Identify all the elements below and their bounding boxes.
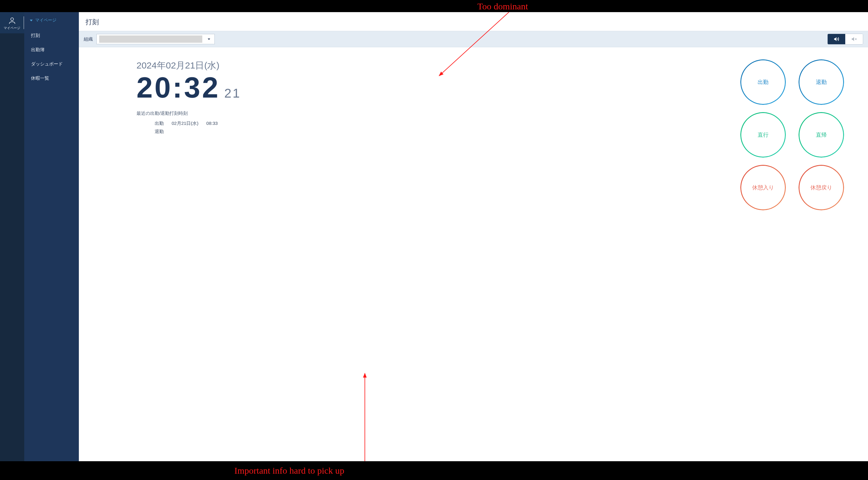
recent-punch-header: 最近の出勤/退勤打刻時刻 bbox=[136, 111, 728, 116]
recent-checkout-label: 退勤 bbox=[155, 129, 164, 135]
org-select[interactable] bbox=[96, 34, 215, 44]
direct-return-button[interactable]: 直帰 bbox=[799, 112, 844, 158]
filter-bar: 組織 bbox=[79, 31, 868, 47]
current-date: 2024年02月21日(水) bbox=[136, 59, 728, 72]
sidebar-item-timestamp[interactable]: 打刻 bbox=[24, 29, 79, 43]
filter-org-label: 組織 bbox=[84, 36, 93, 42]
chevron-down-icon bbox=[29, 18, 33, 23]
content: 2024年02月21日(水) 20:32 21 最近の出勤/退勤打刻時刻 出勤 … bbox=[79, 47, 868, 461]
user-icon bbox=[8, 16, 17, 25]
bottom-letterbox bbox=[0, 461, 868, 480]
rail-item-mypage[interactable]: マイページ bbox=[0, 12, 24, 33]
page-title: 打刻 bbox=[79, 12, 868, 31]
break-end-button[interactable]: 休憩戻り bbox=[799, 165, 844, 210]
recent-checkin-date: 02月21日(水) bbox=[172, 121, 198, 126]
clock-column: 2024年02月21日(水) 20:32 21 最近の出勤/退勤打刻時刻 出勤 … bbox=[91, 59, 728, 461]
dropdown-icon bbox=[207, 37, 211, 41]
volume-on-icon bbox=[833, 36, 839, 42]
checkout-button[interactable]: 退勤 bbox=[799, 59, 844, 105]
main: 打刻 組織 202 bbox=[79, 12, 868, 461]
sidebar-rail: マイページ bbox=[0, 12, 24, 461]
punch-button-grid: 出勤 退勤 直行 直帰 休憩入り 休憩戻り bbox=[728, 59, 856, 461]
sidebar-item-dashboard[interactable]: ダッシュボード bbox=[24, 57, 79, 71]
recent-checkin-label: 出勤 bbox=[155, 121, 164, 126]
top-letterbox bbox=[0, 0, 868, 12]
sidebar-item-leave[interactable]: 休暇一覧 bbox=[24, 71, 79, 85]
checkin-button[interactable]: 出勤 bbox=[740, 59, 786, 105]
sidebar-section-header[interactable]: マイページ bbox=[24, 18, 79, 29]
app-frame: マイページ マイページ 打刻 出勤簿 ダッシュボード 休暇一覧 打刻 組織 bbox=[0, 12, 868, 461]
sound-on-button[interactable] bbox=[828, 34, 845, 44]
direct-go-button[interactable]: 直行 bbox=[740, 112, 786, 158]
sidebar: マイページ 打刻 出勤簿 ダッシュボード 休暇一覧 bbox=[24, 12, 79, 461]
sidebar-section-title: マイページ bbox=[35, 18, 56, 23]
sound-toggle bbox=[827, 34, 863, 44]
org-select-value bbox=[99, 35, 202, 43]
sidebar-item-attendance[interactable]: 出勤簿 bbox=[24, 43, 79, 57]
recent-checkin-time: 08:33 bbox=[206, 121, 218, 126]
svg-point-2 bbox=[11, 18, 13, 21]
current-time: 20:32 bbox=[136, 73, 220, 102]
rail-item-label: マイページ bbox=[4, 26, 20, 30]
recent-checkout-row: 退勤 bbox=[136, 128, 728, 136]
break-start-button[interactable]: 休憩入り bbox=[740, 165, 786, 210]
current-time-row: 20:32 21 bbox=[136, 73, 728, 102]
current-seconds: 21 bbox=[224, 86, 241, 101]
recent-checkin-row: 出勤 02月21日(水) 08:33 bbox=[136, 119, 728, 128]
volume-off-icon bbox=[851, 36, 857, 42]
sound-off-button[interactable] bbox=[845, 34, 863, 44]
